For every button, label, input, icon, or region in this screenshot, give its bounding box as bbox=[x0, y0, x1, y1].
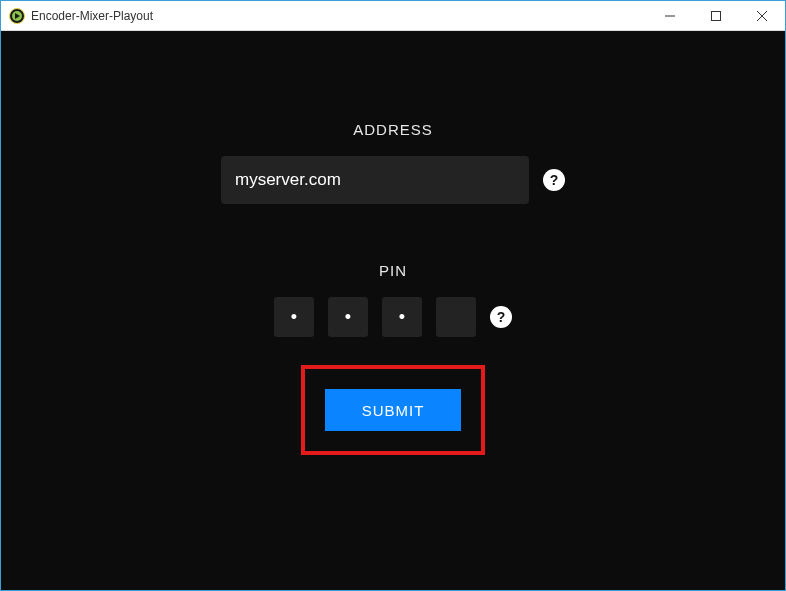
close-button[interactable] bbox=[739, 1, 785, 30]
address-label: ADDRESS bbox=[353, 121, 433, 138]
app-window: Encoder-Mixer-Playout ADDRESS ? PIN bbox=[0, 0, 786, 591]
maximize-button[interactable] bbox=[693, 1, 739, 30]
pin-input-3[interactable] bbox=[382, 297, 422, 337]
window-controls bbox=[647, 1, 785, 30]
pin-input-4[interactable] bbox=[436, 297, 476, 337]
pin-row: ? bbox=[274, 297, 512, 337]
submit-button[interactable]: SUBMIT bbox=[325, 389, 461, 431]
window-title: Encoder-Mixer-Playout bbox=[31, 9, 647, 23]
address-help-icon[interactable]: ? bbox=[543, 169, 565, 191]
address-input[interactable] bbox=[221, 156, 529, 204]
pin-label: PIN bbox=[379, 262, 407, 279]
address-row: ? bbox=[221, 156, 565, 204]
svg-rect-3 bbox=[712, 11, 721, 20]
app-icon bbox=[9, 8, 25, 24]
pin-help-icon[interactable]: ? bbox=[490, 306, 512, 328]
minimize-button[interactable] bbox=[647, 1, 693, 30]
main-content: ADDRESS ? PIN ? SUBMIT bbox=[1, 31, 785, 590]
pin-boxes bbox=[274, 297, 476, 337]
pin-input-1[interactable] bbox=[274, 297, 314, 337]
titlebar: Encoder-Mixer-Playout bbox=[1, 1, 785, 31]
pin-input-2[interactable] bbox=[328, 297, 368, 337]
submit-highlight-box: SUBMIT bbox=[301, 365, 485, 455]
